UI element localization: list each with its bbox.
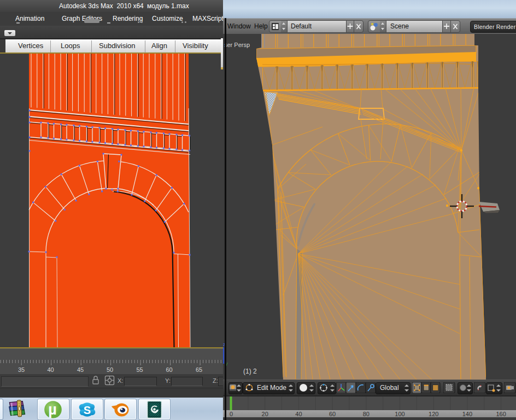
- svg-text:160: 160: [496, 411, 506, 417]
- svg-text:80: 80: [363, 411, 370, 417]
- svg-text:20: 20: [262, 411, 268, 417]
- svg-text:40: 40: [47, 366, 54, 373]
- svg-text:0: 0: [230, 411, 233, 417]
- svg-text:100: 100: [395, 411, 404, 417]
- svg-text:60: 60: [166, 366, 172, 373]
- svg-text:65: 65: [196, 366, 202, 373]
- svg-text:140: 140: [462, 411, 472, 417]
- svg-text:45: 45: [77, 366, 84, 373]
- svg-text:35: 35: [18, 366, 25, 373]
- svg-text:60: 60: [329, 411, 336, 417]
- svg-text:55: 55: [136, 366, 143, 373]
- svg-text:40: 40: [295, 411, 302, 417]
- svg-text:120: 120: [429, 411, 438, 417]
- svg-text:50: 50: [107, 366, 113, 373]
- svg-text:µ: µ: [48, 401, 57, 418]
- svg-text:S: S: [84, 404, 91, 416]
